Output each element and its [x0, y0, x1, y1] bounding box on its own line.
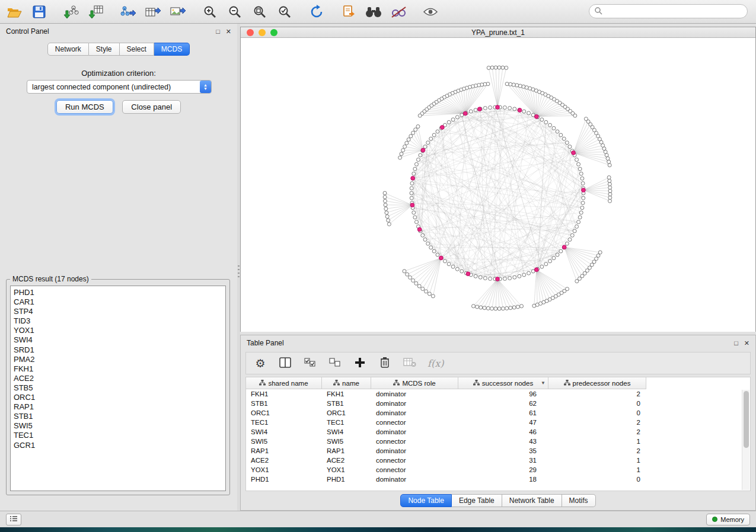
cell-shared-name: ACE2 [246, 456, 322, 465]
close-table-panel-icon[interactable]: ✕ [744, 340, 749, 347]
zoom-out-button[interactable] [227, 4, 243, 20]
mcds-result-item[interactable]: STP4 [14, 307, 222, 316]
function-builder-button[interactable]: f(x) [428, 356, 444, 370]
select-all-columns-button[interactable] [303, 356, 317, 370]
table-settings-button[interactable]: ⚙ [253, 356, 267, 370]
tab-select[interactable]: Select [120, 43, 154, 56]
table-row[interactable]: STB1STB1dominator620 [246, 399, 750, 408]
export-network-button[interactable] [120, 4, 136, 20]
column-header-shared-name[interactable]: shared name [246, 377, 322, 389]
mcds-result-item[interactable]: SWI4 [14, 335, 222, 345]
mcds-result-item[interactable]: PMA2 [14, 355, 222, 364]
import-network-button[interactable] [63, 4, 79, 20]
mcds-result-item[interactable]: RAP1 [14, 402, 222, 412]
table-panel-header: Table Panel □ ✕ [241, 335, 755, 351]
tab-mcds[interactable]: MCDS [154, 43, 190, 56]
table-vertical-scrollbar[interactable] [742, 390, 749, 490]
clone-network-button[interactable] [340, 4, 357, 20]
cell-name: ORC1 [322, 408, 371, 418]
column-header-label: MCDS role [402, 380, 435, 387]
table-row[interactable]: PHD1PHD1dominator180 [246, 475, 750, 484]
import-table-button[interactable] [88, 4, 104, 20]
mcds-result-item[interactable]: SWI5 [14, 421, 222, 431]
mcds-result-item[interactable]: ACE2 [14, 374, 222, 383]
tab-edge-table[interactable]: Edge Table [452, 494, 502, 507]
zoom-fit-button[interactable] [251, 4, 268, 20]
open-session-button[interactable] [6, 4, 23, 20]
refresh-button[interactable] [308, 4, 325, 20]
column-header-successor-nodes[interactable]: successor nodes▼ [458, 377, 548, 389]
close-panel-button[interactable]: Close panel [122, 100, 181, 114]
float-panel-icon[interactable]: □ [216, 28, 220, 35]
network-canvas[interactable] [241, 38, 755, 332]
table-row[interactable]: ORC1ORC1dominator610 [246, 408, 750, 418]
mcds-result-item[interactable]: ORC1 [14, 393, 222, 402]
tab-style[interactable]: Style [89, 43, 120, 56]
optimization-criterion-select[interactable]: largest connected component (undirected)… [27, 80, 212, 94]
sort-arrow-icon[interactable]: ▼ [541, 380, 546, 386]
column-header-label: name [342, 380, 359, 387]
cell-predecessor-nodes: 2 [548, 418, 646, 427]
search-network-button[interactable] [365, 4, 382, 20]
panel-menu-button[interactable] [6, 514, 21, 525]
delete-table-button[interactable] [403, 356, 417, 370]
tab-motifs[interactable]: Motifs [562, 494, 596, 507]
network-graph[interactable] [241, 38, 755, 332]
close-window-button[interactable] [247, 29, 254, 36]
table-row[interactable]: ACE2ACE2connector311 [246, 456, 750, 465]
cell-successor-nodes: 62 [458, 399, 548, 408]
splitter-handle-icon [238, 265, 240, 278]
mcds-result-item[interactable]: TID3 [14, 316, 222, 326]
save-session-button[interactable] [31, 4, 47, 20]
tab-network[interactable]: Network [47, 43, 89, 56]
create-column-button[interactable] [353, 356, 367, 370]
mcds-result-item[interactable]: GCR1 [14, 441, 222, 450]
delete-column-button[interactable] [378, 356, 392, 370]
zoom-in-button[interactable] [202, 4, 218, 20]
mcds-result-item[interactable]: STB1 [14, 412, 222, 421]
mcds-result-list[interactable]: PHD1CAR1STP4TID3YOX1SWI4SRD1PMA2FKH1ACE2… [10, 286, 226, 491]
run-mcds-button[interactable]: Run MCDS [56, 100, 113, 114]
table-row[interactable]: SWI5SWI5connector431 [246, 437, 750, 446]
search-input[interactable] [605, 7, 742, 15]
cell-predecessor-nodes: 1 [548, 456, 646, 465]
memory-button[interactable]: Memory [706, 514, 750, 525]
mcds-result-item[interactable]: SRD1 [14, 345, 222, 355]
close-panel-icon[interactable]: ✕ [226, 28, 231, 35]
show-columns-button[interactable] [278, 356, 292, 370]
table-row[interactable]: SWI4SWI4dominator462 [246, 427, 750, 437]
mcds-result-item[interactable]: STB5 [14, 383, 222, 393]
column-type-icon [333, 380, 340, 387]
table-row[interactable]: YOX1YOX1connector291 [246, 465, 750, 475]
export-image-button[interactable] [170, 4, 186, 20]
mcds-result-group: MCDS result (17 nodes) PHD1CAR1STP4TID3Y… [6, 275, 230, 495]
column-header-name[interactable]: name [322, 377, 371, 389]
cell-name: RAP1 [322, 446, 371, 456]
cell-mcds-role: dominator [371, 427, 458, 437]
tab-node-table[interactable]: Node Table [400, 494, 452, 507]
mcds-result-item[interactable]: PHD1 [14, 288, 222, 297]
column-header-predecessor-nodes[interactable]: predecessor nodes [548, 377, 646, 389]
zoom-selected-button[interactable] [276, 4, 293, 20]
cell-successor-nodes: 31 [458, 456, 548, 465]
mcds-result-item[interactable]: TEC1 [14, 431, 222, 440]
table-row[interactable]: FKH1FKH1dominator962 [246, 389, 750, 399]
control-panel: Control Panel □ ✕ NetworkStyleSelectMCDS… [0, 24, 237, 511]
scrollbar-thumb[interactable] [744, 391, 749, 448]
unselect-all-columns-button[interactable] [328, 356, 342, 370]
mcds-result-item[interactable]: FKH1 [14, 364, 222, 374]
export-table-button[interactable] [145, 4, 161, 20]
tab-network-table[interactable]: Network Table [502, 494, 562, 507]
mcds-result-item[interactable]: CAR1 [14, 297, 222, 307]
float-table-panel-icon[interactable]: □ [734, 340, 738, 347]
table-row[interactable]: RAP1RAP1dominator352 [246, 446, 750, 456]
show-graphics-details-button[interactable] [422, 4, 439, 20]
hide-graphics-details-button[interactable] [390, 4, 407, 20]
table-row[interactable]: TEC1TEC1connector472 [246, 418, 750, 427]
mcds-result-item[interactable]: YOX1 [14, 326, 222, 335]
minimize-window-button[interactable] [259, 29, 266, 36]
search-box[interactable] [589, 4, 748, 18]
cell-successor-nodes: 43 [458, 437, 548, 446]
column-header-MCDS-role[interactable]: MCDS role [371, 377, 458, 389]
zoom-window-button[interactable] [270, 29, 277, 36]
